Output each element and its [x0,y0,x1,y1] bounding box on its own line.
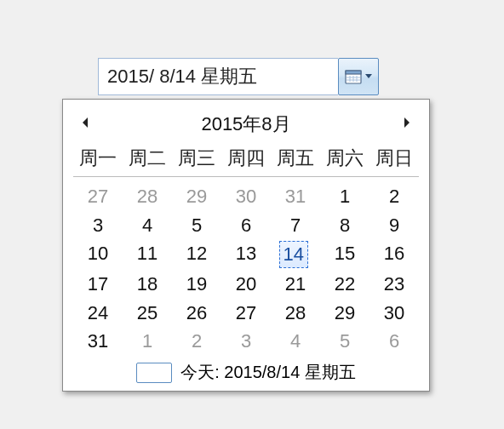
day-cell[interactable]: 13 [221,239,271,270]
day-cell[interactable]: 2 [369,182,419,211]
calendar-dropdown-button[interactable] [338,58,379,95]
day-cell[interactable]: 9 [369,211,419,240]
day-cell[interactable]: 27 [221,299,271,328]
day-cell[interactable]: 19 [172,270,221,299]
day-cell[interactable]: 5 [320,327,369,356]
day-cell[interactable]: 12 [172,239,221,270]
day-cell[interactable]: 26 [172,299,221,328]
day-cell[interactable]: 5 [172,211,221,240]
weekday-header-cell: 周五 [271,146,320,171]
day-cell[interactable]: 30 [369,299,419,328]
day-cell[interactable]: 28 [271,299,320,328]
day-cell[interactable]: 1 [320,182,369,211]
day-cell[interactable]: 31 [73,327,123,356]
svg-rect-1 [346,71,361,74]
day-cell[interactable]: 14 [271,239,320,270]
day-cell[interactable]: 29 [172,182,221,211]
weekday-header-cell: 周四 [221,146,271,171]
weekday-header-cell: 周二 [123,146,172,171]
day-cell[interactable]: 24 [73,299,123,328]
day-cell[interactable]: 22 [320,270,369,299]
prev-month-button[interactable] [77,117,94,132]
day-cell[interactable]: 21 [271,270,320,299]
today-label[interactable]: 今天: 2015/8/14 星期五 [180,361,356,384]
day-cell[interactable]: 7 [271,211,320,240]
day-cell[interactable]: 6 [221,211,271,240]
calendar-icon [345,69,362,84]
weekday-header-cell: 周日 [369,146,419,171]
calendar-popup: 2015年8月 周一周二周三周四周五周六周日 27282930311234567… [62,99,430,392]
day-cell[interactable]: 16 [369,239,419,270]
day-cell[interactable]: 30 [221,182,271,211]
day-cell[interactable]: 4 [123,211,172,240]
day-cell[interactable]: 8 [320,211,369,240]
day-cell[interactable]: 25 [123,299,172,328]
day-cell[interactable]: 15 [320,239,369,270]
day-cell[interactable]: 11 [123,239,172,270]
day-cell[interactable]: 18 [123,270,172,299]
day-cell[interactable]: 3 [73,211,123,240]
day-cell[interactable]: 10 [73,239,123,270]
day-cell[interactable]: 28 [123,182,172,211]
weekday-header-cell: 周一 [73,146,123,171]
chevron-down-icon [364,73,373,80]
today-indicator-box[interactable] [136,363,172,383]
day-cell[interactable]: 27 [73,182,123,211]
date-input[interactable]: 2015/ 8/14 星期五 [98,58,338,95]
day-cell[interactable]: 1 [123,327,172,356]
day-cell[interactable]: 23 [369,270,419,299]
day-cell[interactable]: 3 [221,327,271,356]
month-title[interactable]: 2015年8月 [201,112,290,137]
weekday-header: 周一周二周三周四周五周六周日 [73,146,419,177]
day-cell[interactable]: 4 [271,327,320,356]
day-cell[interactable]: 29 [320,299,369,328]
next-month-button[interactable] [398,117,415,132]
day-cell[interactable]: 2 [172,327,221,356]
day-cell[interactable]: 6 [369,327,419,356]
day-cell[interactable]: 20 [221,270,271,299]
weekday-header-cell: 周三 [172,146,221,171]
weekday-header-cell: 周六 [320,146,369,171]
day-cell[interactable]: 17 [73,270,123,299]
day-cell[interactable]: 31 [271,182,320,211]
